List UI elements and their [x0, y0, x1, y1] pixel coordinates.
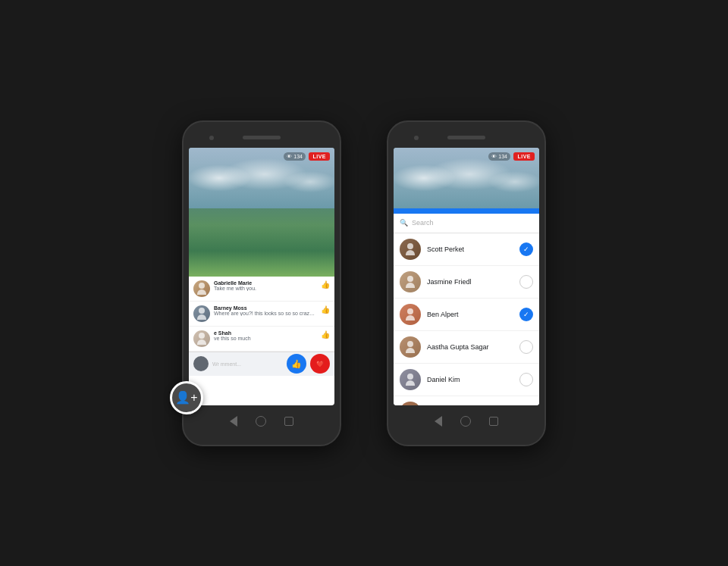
add-friend-icon: 👤+ — [175, 390, 197, 405]
friends-list: Scott Perket ✓ Jasmine Friedl Ben Alpert… — [394, 233, 539, 405]
comment-text-3: ve this so much — [214, 336, 317, 341]
friend-avatar-1 — [400, 239, 421, 260]
phone-screen-left: 👁 134 LIVE Gabrielle Marie Take me with … — [189, 148, 334, 405]
comment-item-2: Barney Moss Where are you?! this looks s… — [189, 302, 334, 327]
home-button-right[interactable] — [460, 416, 471, 427]
comment-content-1: Gabrielle Marie Take me with you. — [214, 280, 317, 291]
back-button-right[interactable] — [435, 416, 442, 427]
friend-avatar-6 — [400, 402, 421, 405]
friend-item-6[interactable]: Jeremy Friedland — [394, 396, 539, 405]
like-button[interactable]: 👍 — [287, 354, 306, 374]
add-friend-fab[interactable]: 👤+ — [170, 381, 203, 414]
search-icon: 🔍 — [400, 219, 408, 227]
comment-placeholder[interactable]: Wr mment... — [212, 361, 283, 367]
friend-name-5: Daniel Kim — [427, 376, 513, 383]
phone-camera-left — [209, 136, 214, 140]
home-button-left[interactable] — [256, 416, 266, 427]
clouds-overlay — [189, 155, 334, 208]
comment-input-bar: Wr mment... 👍 ❤️ — [189, 352, 334, 376]
check-selected-1[interactable]: ✓ — [519, 242, 533, 256]
video-area-left: 👁 134 LIVE — [189, 148, 334, 277]
comment-avatar-3 — [193, 330, 210, 347]
input-avatar — [193, 356, 209, 371]
comment-name-1: Gabrielle Marie — [214, 280, 317, 286]
friend-name-3: Ben Alpert — [427, 311, 513, 318]
view-count-left: 👁 134 — [284, 152, 306, 161]
friend-name-4: Aastha Gupta Sagar — [427, 343, 513, 351]
check-selected-3[interactable]: ✓ — [519, 308, 533, 321]
react-button[interactable]: ❤️ — [310, 354, 330, 374]
phone-camera-right — [414, 136, 419, 140]
clouds-overlay-right — [394, 155, 539, 208]
friend-item-3[interactable]: Ben Alpert ✓ — [394, 299, 539, 331]
phone-top-bar-left — [188, 131, 335, 145]
phone-bottom-bar-right — [393, 410, 540, 433]
comment-like-3[interactable]: 👍 — [321, 330, 330, 339]
back-button-left[interactable] — [230, 416, 237, 427]
comment-content-3: e Shah ve this so much — [214, 330, 317, 341]
search-bar[interactable]: 🔍 Search — [394, 214, 539, 233]
phone-right: 👁 134 LIVE ✕ Invite Friends 🔍 Search Sco… — [387, 120, 546, 446]
friend-item-2[interactable]: Jasmine Friedl — [394, 266, 539, 299]
phone-screen-right: 👁 134 LIVE ✕ Invite Friends 🔍 Search Sco… — [394, 148, 539, 405]
recent-button-left[interactable] — [284, 417, 293, 426]
comment-like-1[interactable]: 👍 — [321, 280, 330, 289]
check-unselected-5[interactable] — [519, 373, 533, 386]
friend-avatar-5 — [400, 369, 421, 390]
video-area-right: 👁 134 LIVE — [394, 148, 539, 189]
phone-bottom-bar-left — [188, 410, 335, 433]
friend-item-5[interactable]: Daniel Kim — [394, 364, 539, 396]
eye-icon-left: 👁 — [287, 154, 292, 159]
phone-top-bar-right — [393, 131, 540, 145]
friend-item-4[interactable]: Aastha Gupta Sagar — [394, 331, 539, 364]
phone-left: 👁 134 LIVE Gabrielle Marie Take me with … — [182, 120, 341, 446]
comment-like-2[interactable]: 👍 — [321, 305, 330, 314]
friend-avatar-4 — [400, 336, 421, 358]
friend-name-1: Scott Perket — [427, 245, 513, 253]
check-unselected-2[interactable] — [519, 275, 533, 289]
search-input[interactable]: Search — [412, 219, 434, 227]
comments-area: Gabrielle Marie Take me with you. 👍 Barn… — [189, 277, 334, 352]
recent-button-right[interactable] — [489, 417, 498, 426]
view-count-right: 👁 134 — [488, 152, 510, 161]
comment-name-2: Barney Moss — [214, 305, 317, 311]
friend-item-1[interactable]: Scott Perket ✓ — [394, 233, 539, 266]
phone-speaker-right — [447, 136, 485, 139]
phone-speaker-left — [243, 136, 281, 139]
live-badge-left: LIVE — [309, 152, 330, 161]
comment-text-1: Take me with you. — [214, 286, 317, 291]
comment-avatar-2 — [193, 305, 210, 322]
friend-avatar-3 — [400, 304, 421, 325]
comment-content-2: Barney Moss Where are you?! this looks s… — [214, 305, 317, 316]
live-badge-right: LIVE — [513, 152, 535, 161]
friend-name-2: Jasmine Friedl — [427, 278, 513, 286]
eye-icon-right: 👁 — [491, 154, 497, 159]
check-unselected-4[interactable] — [519, 340, 533, 354]
friend-avatar-2 — [400, 271, 421, 292]
comment-text-2: Where are you?! this looks so so so craz… — [214, 311, 317, 316]
comment-item-1: Gabrielle Marie Take me with you. 👍 — [189, 277, 334, 302]
comment-avatar-1 — [193, 280, 210, 297]
comment-name-3: e Shah — [214, 330, 317, 336]
comment-item-3: e Shah ve this so much 👍 — [189, 327, 334, 352]
